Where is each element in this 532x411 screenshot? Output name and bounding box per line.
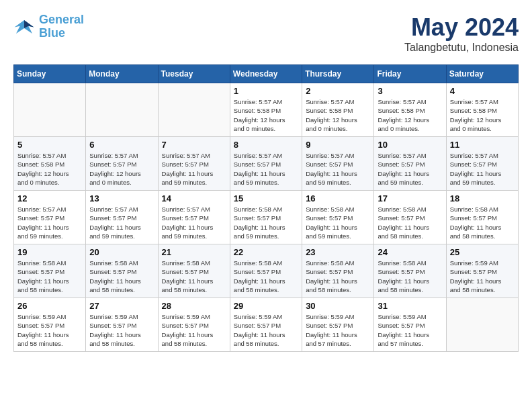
day-number: 24 xyxy=(378,247,442,257)
day-number: 14 xyxy=(162,193,226,203)
day-number: 20 xyxy=(89,247,154,257)
week-row-2: 5Sunrise: 5:57 AM Sunset: 5:58 PM Daylig… xyxy=(14,137,519,191)
month-title: May 2024 xyxy=(404,13,519,42)
day-number: 6 xyxy=(89,140,154,150)
day-info: Sunrise: 5:57 AM Sunset: 5:58 PM Dayligh… xyxy=(450,97,515,133)
calendar-cell: 3Sunrise: 5:57 AM Sunset: 5:58 PM Daylig… xyxy=(374,83,446,137)
day-number: 23 xyxy=(306,247,370,257)
calendar-cell: 21Sunrise: 5:58 AM Sunset: 5:57 PM Dayli… xyxy=(158,244,230,298)
col-header-saturday: Saturday xyxy=(446,65,518,83)
day-number: 7 xyxy=(162,140,226,150)
day-info: Sunrise: 5:59 AM Sunset: 5:57 PM Dayligh… xyxy=(162,312,226,348)
day-info: Sunrise: 5:59 AM Sunset: 5:57 PM Dayligh… xyxy=(234,312,298,348)
calendar-cell: 13Sunrise: 5:57 AM Sunset: 5:57 PM Dayli… xyxy=(86,191,158,244)
logo: General Blue xyxy=(13,13,84,40)
day-number: 11 xyxy=(450,140,515,150)
day-number: 2 xyxy=(306,86,370,96)
day-info: Sunrise: 5:57 AM Sunset: 5:57 PM Dayligh… xyxy=(306,151,370,187)
calendar-cell: 8Sunrise: 5:57 AM Sunset: 5:57 PM Daylig… xyxy=(230,137,302,191)
day-number: 27 xyxy=(89,301,154,311)
calendar-cell: 9Sunrise: 5:57 AM Sunset: 5:57 PM Daylig… xyxy=(302,137,374,191)
day-info: Sunrise: 5:57 AM Sunset: 5:57 PM Dayligh… xyxy=(162,151,226,187)
day-info: Sunrise: 5:57 AM Sunset: 5:58 PM Dayligh… xyxy=(234,97,298,133)
calendar-cell xyxy=(14,83,86,137)
col-header-monday: Monday xyxy=(86,65,158,83)
day-info: Sunrise: 5:58 AM Sunset: 5:57 PM Dayligh… xyxy=(378,205,442,240)
day-info: Sunrise: 5:58 AM Sunset: 5:57 PM Dayligh… xyxy=(378,259,442,294)
day-info: Sunrise: 5:59 AM Sunset: 5:57 PM Dayligh… xyxy=(450,259,515,294)
day-info: Sunrise: 5:58 AM Sunset: 5:57 PM Dayligh… xyxy=(17,259,82,294)
day-number: 21 xyxy=(162,247,226,257)
week-row-4: 19Sunrise: 5:58 AM Sunset: 5:57 PM Dayli… xyxy=(14,244,519,298)
day-info: Sunrise: 5:59 AM Sunset: 5:57 PM Dayligh… xyxy=(306,312,370,348)
col-header-thursday: Thursday xyxy=(302,65,374,83)
day-info: Sunrise: 5:57 AM Sunset: 5:57 PM Dayligh… xyxy=(234,151,298,187)
day-number: 29 xyxy=(234,301,298,311)
day-info: Sunrise: 5:57 AM Sunset: 5:57 PM Dayligh… xyxy=(378,151,442,187)
day-info: Sunrise: 5:58 AM Sunset: 5:57 PM Dayligh… xyxy=(162,259,226,294)
day-info: Sunrise: 5:58 AM Sunset: 5:57 PM Dayligh… xyxy=(234,205,298,240)
calendar-table: SundayMondayTuesdayWednesdayThursdayFrid… xyxy=(13,64,519,352)
week-row-1: 1Sunrise: 5:57 AM Sunset: 5:58 PM Daylig… xyxy=(14,83,519,137)
col-header-friday: Friday xyxy=(374,65,446,83)
day-info: Sunrise: 5:57 AM Sunset: 5:57 PM Dayligh… xyxy=(89,205,154,240)
day-number: 17 xyxy=(378,193,442,203)
calendar-cell: 16Sunrise: 5:58 AM Sunset: 5:57 PM Dayli… xyxy=(302,191,374,244)
col-header-tuesday: Tuesday xyxy=(158,65,230,83)
day-info: Sunrise: 5:57 AM Sunset: 5:58 PM Dayligh… xyxy=(378,97,442,133)
calendar-cell: 17Sunrise: 5:58 AM Sunset: 5:57 PM Dayli… xyxy=(374,191,446,244)
day-info: Sunrise: 5:57 AM Sunset: 5:57 PM Dayligh… xyxy=(162,205,226,240)
day-info: Sunrise: 5:59 AM Sunset: 5:57 PM Dayligh… xyxy=(378,312,442,348)
location-subtitle: Talangbetutu, Indonesia xyxy=(404,42,519,54)
calendar-cell: 6Sunrise: 5:57 AM Sunset: 5:57 PM Daylig… xyxy=(86,137,158,191)
calendar-cell: 25Sunrise: 5:59 AM Sunset: 5:57 PM Dayli… xyxy=(446,244,518,298)
day-info: Sunrise: 5:59 AM Sunset: 5:57 PM Dayligh… xyxy=(17,312,82,348)
day-info: Sunrise: 5:57 AM Sunset: 5:58 PM Dayligh… xyxy=(17,151,82,187)
calendar-cell: 5Sunrise: 5:57 AM Sunset: 5:58 PM Daylig… xyxy=(14,137,86,191)
day-number: 3 xyxy=(378,86,442,96)
day-number: 9 xyxy=(306,140,370,150)
day-info: Sunrise: 5:57 AM Sunset: 5:58 PM Dayligh… xyxy=(306,97,370,133)
calendar-cell: 19Sunrise: 5:58 AM Sunset: 5:57 PM Dayli… xyxy=(14,244,86,298)
calendar-cell: 2Sunrise: 5:57 AM Sunset: 5:58 PM Daylig… xyxy=(302,83,374,137)
day-info: Sunrise: 5:58 AM Sunset: 5:57 PM Dayligh… xyxy=(89,259,154,294)
day-number: 28 xyxy=(162,301,226,311)
day-info: Sunrise: 5:57 AM Sunset: 5:57 PM Dayligh… xyxy=(450,151,515,187)
calendar-cell: 4Sunrise: 5:57 AM Sunset: 5:58 PM Daylig… xyxy=(446,83,518,137)
week-row-5: 26Sunrise: 5:59 AM Sunset: 5:57 PM Dayli… xyxy=(14,298,519,352)
day-info: Sunrise: 5:59 AM Sunset: 5:57 PM Dayligh… xyxy=(89,312,154,348)
calendar-cell: 26Sunrise: 5:59 AM Sunset: 5:57 PM Dayli… xyxy=(14,298,86,352)
calendar-cell: 15Sunrise: 5:58 AM Sunset: 5:57 PM Dayli… xyxy=(230,191,302,244)
calendar-cell: 10Sunrise: 5:57 AM Sunset: 5:57 PM Dayli… xyxy=(374,137,446,191)
day-number: 5 xyxy=(17,140,82,150)
day-number: 31 xyxy=(378,301,442,311)
col-header-sunday: Sunday xyxy=(14,65,86,83)
calendar-cell: 27Sunrise: 5:59 AM Sunset: 5:57 PM Dayli… xyxy=(86,298,158,352)
logo-icon xyxy=(13,17,35,36)
calendar-cell: 18Sunrise: 5:58 AM Sunset: 5:57 PM Dayli… xyxy=(446,191,518,244)
svg-marker-1 xyxy=(24,20,34,28)
calendar-cell xyxy=(86,83,158,137)
day-info: Sunrise: 5:58 AM Sunset: 5:57 PM Dayligh… xyxy=(306,259,370,294)
calendar-cell: 20Sunrise: 5:58 AM Sunset: 5:57 PM Dayli… xyxy=(86,244,158,298)
calendar-cell: 28Sunrise: 5:59 AM Sunset: 5:57 PM Dayli… xyxy=(158,298,230,352)
day-info: Sunrise: 5:58 AM Sunset: 5:57 PM Dayligh… xyxy=(234,259,298,294)
calendar-cell xyxy=(158,83,230,137)
calendar-cell: 24Sunrise: 5:58 AM Sunset: 5:57 PM Dayli… xyxy=(374,244,446,298)
day-number: 13 xyxy=(89,193,154,203)
calendar-cell: 31Sunrise: 5:59 AM Sunset: 5:57 PM Dayli… xyxy=(374,298,446,352)
day-number: 8 xyxy=(234,140,298,150)
title-block: May 2024 Talangbetutu, Indonesia xyxy=(404,13,519,54)
day-number: 15 xyxy=(234,193,298,203)
day-number: 30 xyxy=(306,301,370,311)
day-number: 10 xyxy=(378,140,442,150)
day-number: 22 xyxy=(234,247,298,257)
col-header-wednesday: Wednesday xyxy=(230,65,302,83)
day-number: 25 xyxy=(450,247,515,257)
calendar-cell: 11Sunrise: 5:57 AM Sunset: 5:57 PM Dayli… xyxy=(446,137,518,191)
day-info: Sunrise: 5:58 AM Sunset: 5:57 PM Dayligh… xyxy=(450,205,515,240)
day-number: 18 xyxy=(450,193,515,203)
day-number: 1 xyxy=(234,86,298,96)
calendar-cell: 7Sunrise: 5:57 AM Sunset: 5:57 PM Daylig… xyxy=(158,137,230,191)
day-number: 16 xyxy=(306,193,370,203)
